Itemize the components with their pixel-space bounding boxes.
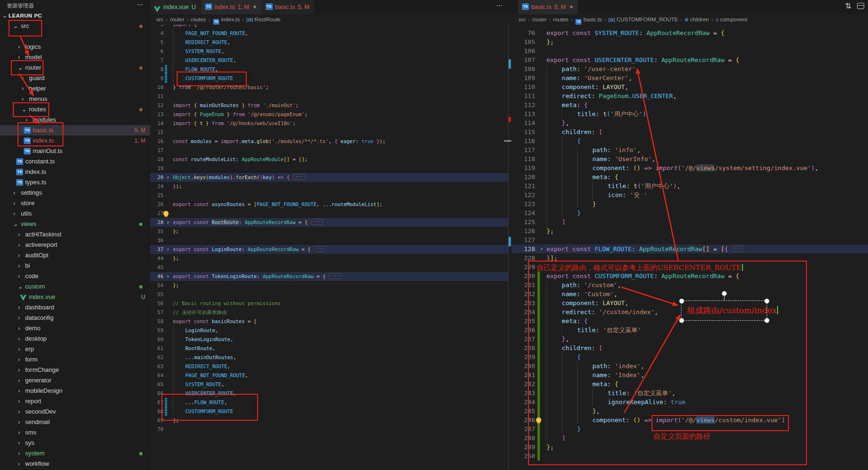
- code-line-232[interactable]: 232 name: 'Custom',: [511, 289, 868, 298]
- code-line-233[interactable]: 233 component: LAYOUT,: [511, 298, 868, 307]
- fold-chevron-icon[interactable]: ›: [166, 218, 170, 227]
- tree-item-LEARUN PC[interactable]: ⌄LEARUN PC: [0, 10, 150, 21]
- tree-item-formChange[interactable]: ›formChange: [0, 365, 150, 375]
- code-line-44[interactable]: 44};: [150, 254, 508, 263]
- tree-item-types.ts[interactable]: TStypes.ts: [0, 177, 150, 188]
- tree-item-report[interactable]: ›report: [0, 396, 150, 407]
- code-line-55[interactable]: 55: [150, 290, 508, 299]
- code-line-26[interactable]: 26export const asyncRoutes = [PAGE_NOT_F…: [150, 200, 508, 209]
- code-line-230[interactable]: 230export const CUSTOMFORM_ROUTE: AppRou…: [511, 271, 868, 280]
- tree-item-settings[interactable]: ›settings: [0, 188, 150, 198]
- right-editor[interactable]: 76export const SYSTEM_ROUTE: AppRouteRec…: [511, 25, 868, 470]
- breadcrumb-item[interactable]: src: [519, 17, 526, 22]
- code-line-124[interactable]: 124 }: [511, 208, 868, 217]
- code-line-128[interactable]: 128›export const FLOW_ROUTE: AppRouteRec…: [511, 244, 868, 253]
- code-line-56[interactable]: 56// Basic routing without permissions: [150, 299, 508, 308]
- code-line-10[interactable]: 10} from '/@/router/routes/basic';: [150, 83, 508, 92]
- code-line-119[interactable]: 119 component: () => import('/@/views/sy…: [511, 163, 868, 172]
- code-line-249[interactable]: 249};: [511, 443, 868, 452]
- tree-item-mobileDesign[interactable]: ›mobileDesign: [0, 386, 150, 396]
- code-line-112[interactable]: 112 meta: {: [511, 100, 868, 109]
- code-line-7[interactable]: 7 USERCENTER_ROUTE,: [150, 56, 508, 65]
- code-line-243[interactable]: 243 title: '自定义菜单',: [511, 389, 868, 398]
- code-line-5[interactable]: 5 REDIRECT_ROUTE,: [150, 38, 508, 47]
- code-line-3[interactable]: 3import {: [150, 25, 508, 29]
- code-line-105[interactable]: 105};: [511, 37, 868, 46]
- code-line-234[interactable]: 234 redirect: '/custom/index',: [511, 307, 868, 316]
- fold-chevron-icon[interactable]: ›: [540, 244, 543, 253]
- code-line-118[interactable]: 118 name: 'UserInfo',: [511, 154, 868, 163]
- tree-item-store[interactable]: ›store: [0, 198, 150, 208]
- tree-item-logics[interactable]: ›logics: [0, 42, 150, 52]
- code-line-246[interactable]: 246 component: () => import('/@/views/cu…: [511, 416, 868, 425]
- tab-index.ts[interactable]: TSindex.ts1, M×: [201, 0, 261, 14]
- editor-layout-icon[interactable]: [857, 2, 864, 10]
- tree-item-custom[interactable]: ⌄custom: [0, 281, 150, 292]
- middle-editor[interactable]: 3import {4 PAGE_NOT_FOUND_ROUTE,5 REDIRE…: [150, 25, 508, 470]
- fold-chevron-icon[interactable]: ›: [166, 173, 170, 182]
- tree-item-index.vue[interactable]: index.vueU: [0, 292, 150, 302]
- lightbulb-icon[interactable]: [163, 211, 169, 216]
- code-line-238[interactable]: 238 children: [: [511, 343, 868, 352]
- code-line-67[interactable]: 67 ...FLOW_ROUTE,: [150, 398, 508, 407]
- breadcrumb-item[interactable]: routes: [191, 17, 206, 22]
- tree-item-constant.ts[interactable]: TSconstant.ts: [0, 156, 150, 167]
- code-line-229[interactable]: 229: [511, 262, 868, 271]
- code-line-239[interactable]: 239 {: [511, 352, 868, 362]
- tree-item-routes[interactable]: ⌄routes: [0, 104, 150, 115]
- code-line-25[interactable]: 25: [150, 191, 508, 200]
- middle-tab-overflow-icon[interactable]: ⋯: [496, 2, 503, 9]
- code-line-24[interactable]: 24});: [150, 182, 508, 191]
- lightbulb-key-icon[interactable]: [536, 417, 541, 423]
- code-line-250[interactable]: 250: [511, 452, 868, 461]
- code-line-110[interactable]: 110 component: LAYOUT,: [511, 82, 868, 91]
- tab-basic.ts[interactable]: TSbasic.ts5, M: [262, 0, 314, 14]
- code-line-36[interactable]: 36: [150, 236, 508, 245]
- code-line-125[interactable]: 125 ]: [511, 217, 868, 226]
- code-line-228[interactable]: 228}];: [511, 253, 868, 262]
- code-line-13[interactable]: 13import { PageEnum } from '/@/enums/pag…: [150, 110, 508, 119]
- code-line-236[interactable]: 236 title: '自定义菜单': [511, 325, 868, 334]
- breadcrumb-item[interactable]: router: [170, 17, 184, 22]
- code-line-28[interactable]: 28›export const RootRoute: AppRouteRecor…: [150, 218, 508, 227]
- tree-item-helper[interactable]: ›helper: [0, 83, 150, 94]
- code-line-27[interactable]: 27: [150, 209, 508, 218]
- code-line-245[interactable]: 245 },: [511, 407, 868, 416]
- tree-item-src[interactable]: ⌄src: [0, 21, 150, 31]
- compare-changes-icon[interactable]: ⇅: [845, 1, 851, 10]
- code-line-4[interactable]: 4 PAGE_NOT_FOUND_ROUTE,: [150, 29, 508, 38]
- folded-code-badge[interactable]: ···: [329, 273, 341, 279]
- folded-code-badge[interactable]: ···: [293, 174, 305, 180]
- tree-item-erp[interactable]: ›erp: [0, 344, 150, 354]
- breadcrumb-item[interactable]: routes: [553, 17, 568, 22]
- breadcrumb-item[interactable]: RootRoute: [255, 17, 281, 22]
- code-line-247[interactable]: 247 }: [511, 425, 868, 434]
- code-line-123[interactable]: 123 }: [511, 199, 868, 208]
- tab-basic.ts[interactable]: TSbasic.ts5, M×: [518, 0, 578, 14]
- tree-item-mainOut.ts[interactable]: TSmainOut.ts: [0, 146, 150, 156]
- code-line-18[interactable]: 18const routeModuleList: AppRouteModule[…: [150, 155, 508, 164]
- code-line-117[interactable]: 117 path: 'info',: [511, 145, 868, 154]
- code-line-237[interactable]: 237 },: [511, 334, 868, 343]
- code-line-8[interactable]: 8 FLOW_ROUTE,: [150, 65, 508, 74]
- tree-item-sys[interactable]: ›sys: [0, 438, 150, 448]
- folded-code-badge[interactable]: ···: [311, 219, 323, 225]
- code-line-46[interactable]: 46›export const TokenLoginRoute: AppRout…: [150, 272, 508, 281]
- code-line-14[interactable]: 14import { t } from '/@/hooks/web/useI18…: [150, 119, 508, 128]
- code-line-242[interactable]: 242 meta: {: [511, 380, 868, 389]
- code-line-68[interactable]: 68 CUSTOMFORM_ROUTE: [150, 407, 508, 416]
- breadcrumb-item[interactable]: children: [690, 17, 709, 22]
- code-line-113[interactable]: 113 title: t('用户中心'): [511, 109, 868, 118]
- code-line-37[interactable]: 37›export const LoginRoute: AppRouteReco…: [150, 245, 508, 254]
- tree-item-index.ts[interactable]: TSindex.ts1, M: [0, 136, 150, 146]
- close-icon[interactable]: ×: [570, 3, 573, 10]
- tree-item-desktop[interactable]: ›desktop: [0, 334, 150, 344]
- close-icon[interactable]: ×: [253, 3, 257, 10]
- code-line-57[interactable]: 57// 未经许可的基本路由: [150, 308, 508, 317]
- code-line-66[interactable]: 66 USERCENTER_ROUTE,: [150, 389, 508, 398]
- breadcrumb-item[interactable]: basic.ts: [583, 17, 602, 22]
- fold-chevron-icon[interactable]: ›: [166, 245, 170, 254]
- code-line-15[interactable]: 15: [150, 128, 508, 137]
- explorer-more-actions-icon[interactable]: ⋯: [137, 1, 143, 8]
- code-line-111[interactable]: 111 redirect: PageEnum.USER_CENTER,: [511, 91, 868, 100]
